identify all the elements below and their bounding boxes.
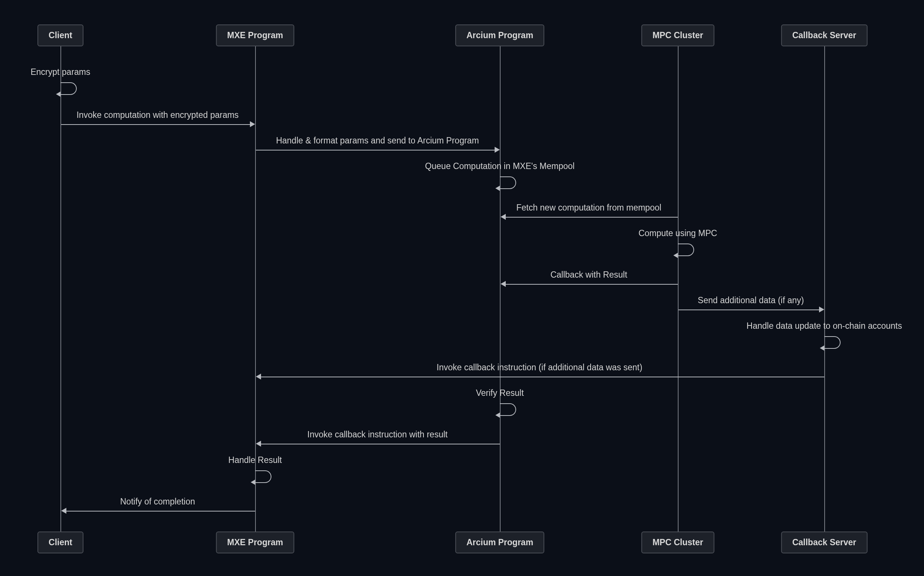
arrow-shaft xyxy=(260,377,824,377)
arrow-shaft xyxy=(66,511,255,512)
msg-handle-data-update: Handle data update to on-chain accounts xyxy=(746,321,902,331)
msg-invoke-computation: Invoke computation with encrypted params xyxy=(76,110,239,120)
self-loop-icon xyxy=(500,176,516,189)
msg-handle-result: Handle Result xyxy=(228,455,282,465)
msg-send-additional-data: Send additional data (if any) xyxy=(698,295,804,306)
lifeline-client xyxy=(61,45,61,531)
self-loop-icon xyxy=(678,243,694,256)
actor-mxe-program-bottom: MXE Program xyxy=(216,531,295,554)
actor-arcium-program-bottom: Arcium Program xyxy=(455,531,544,554)
arrow-shaft xyxy=(256,150,495,150)
msg-notify-completion: Notify of completion xyxy=(120,497,195,507)
msg-queue-computation: Queue Computation in MXE's Mempool xyxy=(425,161,574,171)
msg-invoke-callback-result: Invoke callback instruction with result xyxy=(307,430,448,440)
self-loop-icon xyxy=(255,470,271,483)
msg-invoke-callback-additional: Invoke callback instruction (if addition… xyxy=(437,363,642,373)
arrow-head-icon xyxy=(501,214,506,220)
arrow-head-icon xyxy=(250,121,255,127)
arrow-shaft xyxy=(679,309,819,310)
msg-handle-format: Handle & format params and send to Arciu… xyxy=(276,136,479,146)
actor-arcium-program-top: Arcium Program xyxy=(455,24,544,46)
arrow-shaft xyxy=(505,217,678,218)
actor-mpc-cluster-bottom: MPC Cluster xyxy=(641,531,714,554)
msg-fetch-computation: Fetch new computation from mempool xyxy=(516,203,661,213)
arrow-head-icon xyxy=(61,508,66,514)
actor-client-top: Client xyxy=(37,24,83,46)
arrow-head-icon xyxy=(256,374,261,379)
msg-compute-mpc: Compute using MPC xyxy=(639,228,717,238)
arrow-head-icon xyxy=(495,147,500,153)
arrow-head-icon xyxy=(819,307,824,312)
msg-verify-result: Verify Result xyxy=(476,388,524,398)
arrow-shaft xyxy=(260,444,500,445)
arrow-head-icon xyxy=(501,281,506,287)
actor-mxe-program-top: MXE Program xyxy=(216,24,295,46)
actor-callback-server-top: Callback Server xyxy=(781,24,868,46)
actor-callback-server-bottom: Callback Server xyxy=(781,531,868,554)
msg-callback-result: Callback with Result xyxy=(550,270,627,280)
arrow-shaft xyxy=(61,124,250,125)
self-loop-icon xyxy=(61,82,77,95)
lifeline-mpc-cluster xyxy=(678,45,679,531)
self-loop-icon xyxy=(500,403,516,416)
lifeline-callback-server xyxy=(824,45,825,531)
actor-client-bottom: Client xyxy=(37,531,83,554)
self-loop-icon xyxy=(824,336,841,349)
arrow-shaft xyxy=(505,284,678,285)
msg-encrypt-params: Encrypt params xyxy=(30,67,90,77)
arrow-head-icon xyxy=(256,441,261,446)
lifeline-arcium-program xyxy=(500,45,501,531)
sequence-diagram: Client MXE Program Arcium Program MPC Cl… xyxy=(0,0,924,576)
actor-mpc-cluster-top: MPC Cluster xyxy=(641,24,714,46)
